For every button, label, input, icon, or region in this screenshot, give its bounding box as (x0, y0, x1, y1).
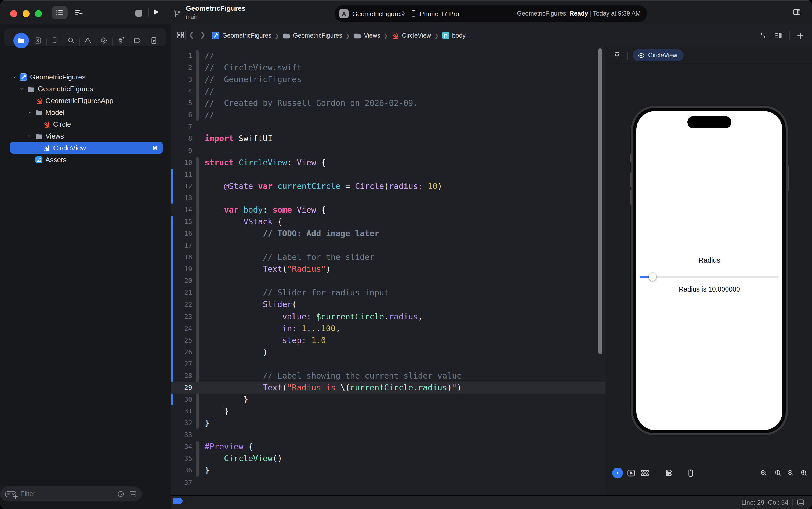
navigator-tab-find-navigator[interactable] (64, 34, 77, 47)
zoom-100-button[interactable] (774, 469, 782, 477)
navigator-tab-source-control-navigator[interactable] (31, 34, 44, 47)
tree-item-assets[interactable]: Assets (0, 154, 171, 165)
code-text: } (205, 405, 229, 417)
code-line-33: 33 (171, 429, 605, 441)
radius-label: Radius (636, 256, 782, 264)
navigator-tab-separator (29, 38, 30, 46)
breadcrumb-item-circleview[interactable]: CircleView (391, 31, 431, 39)
code-line-25: 25 step: 1.0 (171, 334, 605, 346)
compose-sparkle-icon[interactable] (71, 6, 86, 19)
recents-clock-icon[interactable] (117, 490, 125, 498)
breadcrumb-item-geometricfigures[interactable]: GeometricFigures (212, 31, 271, 39)
navigator-tab-breakpoint-navigator[interactable] (131, 34, 144, 47)
disclosure-chevron-icon[interactable] (27, 110, 32, 115)
line-number: 14 (171, 204, 192, 216)
selectable-mode-button[interactable] (626, 469, 635, 478)
device-button[interactable] (686, 469, 695, 478)
code-text: // Label for the slider (205, 251, 374, 263)
scheme-destination-pill[interactable]: A GeometricFigures ❯ iPhone 17 Pro Geome… (335, 5, 647, 22)
line-number: 34 (171, 441, 192, 453)
toolbar-divider (148, 7, 149, 16)
forward-button[interactable]: ❯ (200, 31, 206, 39)
code-text: CircleView() (205, 453, 282, 465)
add-editor-icon[interactable] (797, 31, 805, 39)
line-number: 5 (171, 97, 192, 109)
tree-item-views[interactable]: Views (0, 130, 171, 142)
inspector-toggle-button[interactable] (788, 5, 805, 19)
device-settings-button[interactable] (664, 469, 673, 478)
navigator-tab-debug-navigator[interactable] (114, 34, 127, 47)
volume-down-button (630, 190, 631, 205)
filter-field[interactable]: Filter (0, 486, 142, 502)
destination-name[interactable]: iPhone 17 Pro (418, 10, 459, 18)
slider-track[interactable] (640, 276, 779, 278)
breadcrumb-separator-icon: ❯ (345, 32, 350, 38)
breadcrumb-item-geometricfigures[interactable]: GeometricFigures (282, 31, 342, 39)
related-items-icon[interactable] (177, 31, 185, 39)
zoom-button[interactable] (35, 10, 42, 17)
navigator-tab-test-navigator[interactable] (98, 34, 110, 47)
sidebar-list-button[interactable] (52, 6, 68, 19)
folder-icon (282, 31, 291, 39)
power-button (787, 166, 789, 191)
line-number: 28 (171, 370, 192, 382)
back-button[interactable]: ❮ (189, 31, 194, 39)
code-line-34: 34#Preview { (171, 441, 605, 453)
xcodeproj-icon (212, 31, 219, 39)
folder-icon (35, 132, 43, 140)
editor-scrollbar[interactable] (598, 48, 602, 354)
tree-item-circle[interactable]: Circle (0, 118, 171, 130)
scheme-name[interactable]: GeometricFigures (352, 10, 404, 18)
add-button[interactable]: ＋ (11, 490, 20, 503)
source-editor[interactable]: 1//2// CircleView.swift3// GeometricFigu… (171, 47, 605, 495)
navigator-tab-separator (63, 38, 63, 46)
zoom-in-button[interactable] (800, 469, 808, 477)
tree-item-geometricfigures[interactable]: GeometricFigures (0, 71, 171, 83)
live-preview-button[interactable] (612, 468, 623, 478)
run-button[interactable] (152, 8, 160, 16)
tree-item-geometricfigures[interactable]: GeometricFigures (0, 83, 171, 95)
line-number: 12 (171, 180, 192, 192)
navigator-tab-project-navigator[interactable] (13, 32, 29, 48)
code-text: @State var currentCircle = Circle(radius… (205, 180, 442, 192)
debug-area-toggle-icon[interactable] (797, 498, 805, 506)
breakpoint-tag-icon[interactable] (173, 498, 183, 504)
tree-item-model[interactable]: Model (0, 106, 171, 118)
pin-icon[interactable] (613, 51, 621, 60)
disclosure-chevron-icon[interactable] (12, 74, 16, 79)
folder-icon (27, 84, 35, 93)
close-button[interactable] (10, 10, 17, 17)
tree-item-geometricfiguresapp[interactable]: GeometricFiguresApp (0, 95, 171, 106)
canvas-toolbar-divider (680, 469, 681, 477)
minimize-button[interactable] (23, 10, 30, 17)
variants-button[interactable] (640, 469, 649, 478)
breadcrumb-item-body[interactable]: Pbody (442, 32, 466, 39)
line-number: 9 (171, 145, 192, 157)
swap-editor-icon[interactable] (758, 31, 768, 40)
code-line-29: 29 Text("Radius is \(currentCircle.radiu… (171, 382, 605, 394)
filter-plusminus-icon[interactable] (129, 490, 137, 498)
editor-layout-icon[interactable] (774, 31, 783, 40)
stop-button[interactable] (135, 10, 142, 16)
code-line-30: 30 } (171, 394, 605, 405)
slider-thumb[interactable] (648, 273, 656, 280)
disclosure-chevron-icon[interactable] (27, 133, 32, 138)
code-line-37: 37 (171, 477, 605, 488)
dynamic-island (687, 116, 732, 128)
navigator-tab-report-navigator[interactable] (147, 34, 160, 47)
tree-item-label: Views (45, 132, 64, 140)
code-text: step: 1.0 (205, 334, 326, 346)
tree-item-circleview[interactable]: CircleViewM (0, 142, 171, 154)
zoom-fit-button[interactable] (786, 469, 794, 477)
line-number: 2 (171, 62, 192, 74)
zoom-out-button[interactable] (759, 469, 768, 477)
disclosure-chevron-icon[interactable] (20, 86, 25, 91)
preview-tab[interactable]: CircleView (633, 49, 684, 61)
navigator-tab-issue-navigator[interactable] (81, 34, 94, 47)
breadcrumb-item-views[interactable]: Views (353, 31, 380, 39)
radius-slider[interactable] (640, 272, 779, 281)
code-text: // CircleView.swift (205, 62, 302, 74)
code-text: } (205, 465, 209, 477)
navigator-tab-bookmark-navigator[interactable] (48, 34, 61, 47)
canvas-header: CircleView (606, 47, 812, 64)
